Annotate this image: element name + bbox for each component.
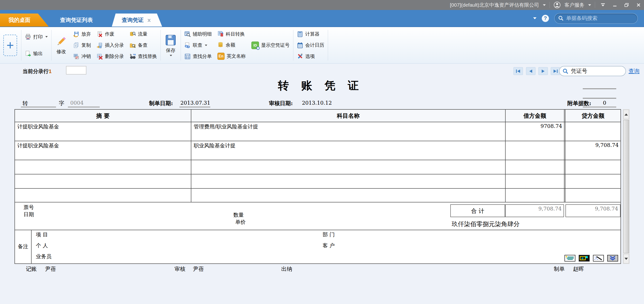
voucher-no-search-input[interactable]: 凭证号	[559, 66, 626, 76]
find-replace-button[interactable]: b+a 查找替换	[130, 53, 157, 60]
aux-detail-button[interactable]: 辅助明细	[184, 31, 212, 37]
cell-credit[interactable]: 9,708.74	[564, 141, 620, 160]
cell-debit[interactable]: 9708.74	[506, 122, 564, 141]
window-titlebar: [007](default)北京中逸资产评估有限公司 客户服务	[0, 0, 644, 10]
query-link[interactable]: 查询	[628, 68, 640, 75]
cell-account[interactable]: 管理费用/职业风险基金计提	[191, 122, 506, 141]
reference-button[interactable]: 备查	[130, 42, 157, 48]
cell-credit[interactable]	[564, 189, 620, 202]
delete-row-icon	[96, 54, 103, 60]
calculator-button[interactable]: 计算器	[297, 31, 324, 37]
help-icon[interactable]: ?	[542, 15, 549, 22]
copy-button[interactable]: 复制	[73, 42, 91, 48]
export-button[interactable]: 输出	[25, 50, 48, 57]
linked-query-dropdown-icon[interactable]	[205, 44, 207, 46]
add-button[interactable]	[3, 35, 17, 56]
scroll-up-button[interactable]	[623, 110, 629, 119]
summary-lines-icon-button[interactable]	[564, 255, 576, 262]
company-dropdown-icon[interactable]	[543, 4, 546, 6]
currency-e-icon-button[interactable]: e	[579, 255, 590, 262]
calendar-button[interactable]: 会计日历	[297, 42, 324, 48]
barcode-search-placeholder: 单据条码搜索	[566, 15, 598, 22]
tools-icon	[297, 54, 303, 60]
tabbar-dropdown-icon[interactable]	[533, 17, 536, 19]
cell-debit[interactable]	[506, 174, 564, 188]
minimize-button[interactable]	[611, 2, 619, 8]
print-button[interactable]: 打印	[25, 34, 48, 40]
close-button[interactable]	[634, 2, 642, 8]
cell-summary[interactable]	[15, 174, 191, 188]
cell-credit[interactable]	[564, 160, 620, 174]
printer-icon	[25, 34, 31, 40]
voucher-title: 转 账 凭 证	[244, 78, 396, 93]
insert-entry-button[interactable]: 插入分录	[96, 42, 124, 48]
prev-voucher-button[interactable]	[526, 67, 536, 75]
subject-convert-button[interactable]: 科目转换	[218, 31, 246, 37]
titlebar-divider	[550, 2, 550, 8]
expand-down-icon-button[interactable]	[607, 255, 618, 262]
cell-summary[interactable]	[15, 189, 191, 202]
cell-account[interactable]	[191, 160, 506, 174]
current-entry-row-value: 1	[49, 68, 52, 74]
scrollbar-thumb[interactable]	[623, 120, 629, 253]
tab-close-icon[interactable]: x	[148, 17, 151, 23]
cell-summary[interactable]: 计提职业风险基金	[15, 141, 191, 160]
voucher-word-number: 0004	[70, 100, 84, 106]
cell-summary[interactable]: 计提职业风险基金	[15, 122, 191, 141]
next-voucher-button[interactable]	[538, 67, 548, 75]
next-icon	[540, 69, 546, 74]
voucher-row[interactable]	[15, 189, 620, 202]
find-split-button[interactable]: 查找分单	[184, 53, 212, 60]
cell-credit[interactable]	[564, 174, 620, 188]
tab-query-voucher[interactable]: 查询凭证 x	[112, 14, 162, 26]
cell-account[interactable]	[191, 174, 506, 188]
cell-credit[interactable]	[564, 122, 620, 141]
restore-button[interactable]	[623, 2, 631, 8]
delete-entry-button[interactable]: 删除分录	[96, 53, 124, 60]
titlebar-divider	[595, 2, 595, 8]
voucher-row[interactable]: 计提职业风险基金 职业风险基金计提 9,708.74	[15, 141, 620, 160]
save-dropdown-icon[interactable]	[170, 55, 172, 56]
modify-button[interactable]: 修改	[52, 28, 70, 62]
copy-icon	[73, 42, 79, 48]
collapse-ribbon-button[interactable]	[599, 2, 607, 8]
first-voucher-button[interactable]	[514, 67, 523, 75]
cell-debit[interactable]	[506, 160, 564, 174]
customer-service-icon	[554, 2, 561, 8]
svg-text:b: b	[130, 54, 132, 56]
balance-button[interactable]: 余额	[218, 42, 246, 48]
void-button[interactable]: 作废	[96, 31, 124, 37]
cell-debit[interactable]	[506, 189, 564, 202]
voucher-row[interactable]: 计提职业风险基金 管理费用/职业风险基金计提 9708.74	[15, 122, 620, 141]
cell-account[interactable]: 职业风险基金计提	[191, 141, 506, 160]
writeoff-button[interactable]: 冲销	[73, 53, 91, 60]
customer-service-label[interactable]: 客户服务	[564, 2, 584, 8]
last-voucher-button[interactable]	[551, 67, 560, 75]
cashflow-button[interactable]: 流量	[130, 31, 157, 37]
save-button[interactable]: 保存	[162, 28, 180, 62]
cell-debit[interactable]	[506, 141, 564, 160]
search-icon	[562, 68, 568, 74]
abandon-button[interactable]: 放弃	[73, 31, 91, 37]
english-name-button[interactable]: En 英文名称	[218, 53, 246, 60]
linked-query-button[interactable]: 联查	[184, 42, 212, 48]
voucher-no-search-text: 凭证号	[571, 68, 587, 75]
cell-summary[interactable]	[15, 160, 191, 174]
tab-my-desktop[interactable]: 我的桌面	[0, 14, 49, 26]
voucher-row[interactable]	[15, 174, 620, 189]
first-icon	[515, 69, 521, 74]
magic-wand-icon-button[interactable]	[593, 255, 604, 262]
options-button[interactable]: 选项	[297, 53, 324, 60]
customer-service-dropdown-icon[interactable]	[588, 4, 591, 6]
voucher-table: 摘 要 科目名称 借方金额 贷方金额 计提职业风险基金 管理费用/职业风险基金计…	[14, 109, 621, 264]
voucher-row[interactable]	[15, 160, 620, 174]
bookkeeper-label: 记账	[26, 265, 37, 273]
tab-voucher-list[interactable]: 查询凭证列表	[50, 14, 103, 26]
cell-account[interactable]	[191, 189, 506, 202]
barcode-search-input[interactable]: 单据条码搜索	[554, 13, 638, 24]
show-empty-voucher-button[interactable]: ID 显示空凭证号	[252, 42, 290, 49]
vertical-scrollbar[interactable]	[623, 109, 630, 264]
entry-row-input[interactable]	[66, 66, 86, 74]
scroll-down-button[interactable]	[623, 254, 629, 264]
print-dropdown-icon[interactable]	[45, 36, 48, 38]
